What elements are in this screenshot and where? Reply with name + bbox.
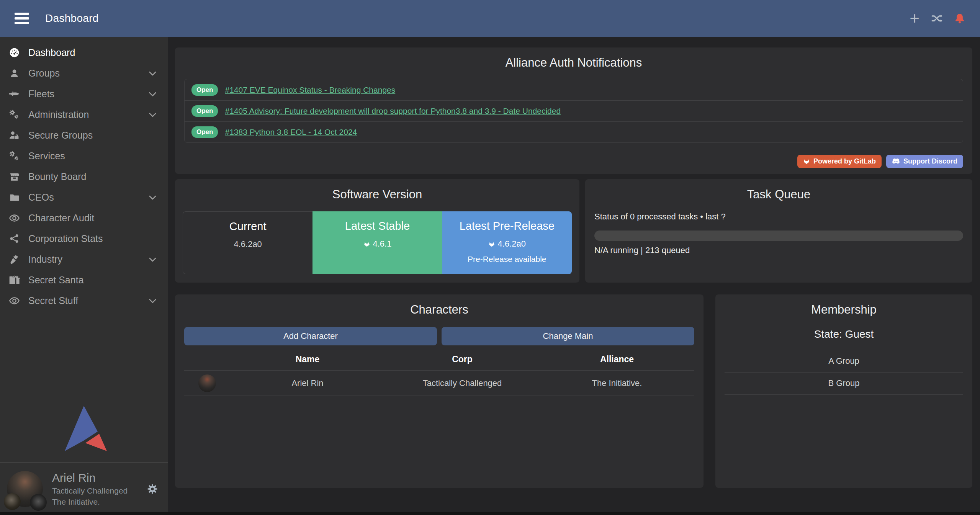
sidebar-item-label: Corporation Stats bbox=[28, 233, 103, 244]
eye-icon bbox=[0, 213, 28, 224]
characters-table: NameCorpAlliance Ariel RinTactically Cha… bbox=[184, 348, 694, 396]
version-number: 4.6.1 bbox=[373, 239, 392, 249]
column-header-corp: Corp bbox=[385, 354, 540, 365]
sidebar-item-secure-groups[interactable]: Secure Groups bbox=[0, 125, 168, 146]
notifications-bell-icon[interactable] bbox=[954, 13, 965, 24]
characters-title: Characters bbox=[175, 294, 704, 317]
sidebar-item-administration[interactable]: Administration bbox=[0, 104, 168, 125]
folder-icon bbox=[0, 192, 28, 203]
sidebar-item-label: Secret Santa bbox=[28, 275, 84, 286]
task-queue-panel: Task Queue Status of 0 processed tasks •… bbox=[585, 179, 972, 283]
notification-link[interactable]: #1383 Python 3.8 EOL - 14 Oct 2024 bbox=[225, 128, 357, 137]
version-card-value: 4.6.2a0 bbox=[183, 239, 312, 249]
sidebar-item-character-audit[interactable]: Character Audit bbox=[0, 208, 168, 228]
sidebar-item-label: Services bbox=[28, 150, 65, 162]
version-number: 4.6.2a0 bbox=[234, 239, 262, 249]
chevron-down-icon bbox=[147, 68, 158, 78]
support-discord-badge[interactable]: Support Discord bbox=[886, 155, 963, 168]
eye-icon bbox=[0, 295, 28, 306]
version-card-stable: Latest Stable 4.6.1 bbox=[312, 211, 442, 274]
gitlab-icon bbox=[363, 241, 370, 247]
share-nodes-icon bbox=[0, 234, 28, 244]
sidebar-item-label: Bounty Board bbox=[28, 171, 87, 182]
user-panel: Ariel Rin Tactically Challenged The Init… bbox=[0, 462, 168, 515]
gitlab-icon bbox=[488, 241, 495, 247]
powered-by-gitlab-badge[interactable]: Powered by GitLab bbox=[797, 155, 882, 168]
version-card-title: Latest Pre-Release bbox=[442, 220, 572, 232]
menu-toggle-icon[interactable] bbox=[15, 13, 29, 24]
space-shuttle-icon bbox=[0, 88, 28, 99]
notification-link[interactable]: #1407 EVE Equinox Status - Breaking Chan… bbox=[225, 85, 395, 95]
alliance-auth-logo bbox=[0, 405, 168, 452]
version-card-value: 4.6.2a0 bbox=[442, 239, 572, 249]
discord-icon bbox=[892, 158, 900, 165]
notification-link[interactable]: #1405 Advisory: Future development will … bbox=[225, 106, 561, 116]
top-navbar: Dashboard + bbox=[0, 0, 980, 37]
external-badges: Powered by GitLab Support Discord bbox=[797, 155, 963, 168]
version-cards: Current4.6.2a0Latest Stable 4.6.1Latest … bbox=[183, 211, 572, 274]
user-lock-icon bbox=[0, 130, 28, 140]
sidebar-item-label: Fleets bbox=[28, 88, 54, 100]
status-badge: Open bbox=[191, 105, 218, 117]
hammer-icon bbox=[0, 254, 28, 265]
column-header-alliance: Alliance bbox=[540, 354, 694, 365]
version-card-current: Current4.6.2a0 bbox=[183, 211, 312, 274]
membership-group-item: B Group bbox=[725, 373, 963, 395]
membership-state: State: Guest bbox=[715, 328, 972, 340]
character-alliance: The Initiative. bbox=[540, 378, 694, 388]
sidebar-item-bounty-board[interactable]: Bounty Board bbox=[0, 166, 168, 187]
software-version-panel: Software Version Current4.6.2a0Latest St… bbox=[175, 179, 579, 283]
sidebar-item-services[interactable]: Services bbox=[0, 146, 168, 166]
badge-label: Support Discord bbox=[903, 157, 957, 165]
sidebar-item-secret-stuff[interactable]: Secret Stuff bbox=[0, 290, 168, 311]
notification-row: Open#1407 EVE Equinox Status - Breaking … bbox=[185, 79, 963, 100]
task-progressbar bbox=[594, 231, 963, 241]
task-status-line: Status of 0 processed tasks • last ? bbox=[594, 212, 963, 222]
add-character-button[interactable]: Add Character bbox=[184, 327, 437, 345]
dashboard-gauge-icon bbox=[0, 47, 28, 58]
page-title: Dashboard bbox=[45, 12, 99, 25]
shuffle-icon[interactable] bbox=[931, 13, 942, 24]
user-settings-gear-icon[interactable] bbox=[146, 483, 159, 495]
version-card-value: 4.6.1 bbox=[312, 239, 442, 249]
membership-title: Membership bbox=[715, 294, 972, 317]
task-queue-counts: N/A running | 213 queued bbox=[594, 245, 963, 255]
sidebar-item-label: Administration bbox=[28, 109, 89, 120]
user-name: Ariel Rin bbox=[52, 471, 128, 484]
window-bottom-edge bbox=[0, 512, 980, 515]
notification-row: Open#1383 Python 3.8 EOL - 14 Oct 2024 bbox=[185, 121, 963, 142]
alliance-logo-badge bbox=[30, 494, 47, 511]
sidebar-item-label: Groups bbox=[28, 68, 60, 79]
user-corp: Tactically Challenged bbox=[52, 486, 128, 495]
sidebar-item-dashboard[interactable]: Dashboard bbox=[0, 42, 168, 63]
sidebar-item-industry[interactable]: Industry bbox=[0, 249, 168, 270]
chevron-down-icon bbox=[147, 192, 158, 203]
status-badge: Open bbox=[191, 126, 218, 138]
chevron-down-icon bbox=[147, 89, 158, 99]
version-card-title: Current bbox=[183, 220, 312, 233]
gifts-icon bbox=[0, 275, 28, 285]
plus-icon[interactable]: + bbox=[910, 13, 919, 24]
sidebar-item-label: CEOs bbox=[28, 192, 54, 203]
chevron-down-icon bbox=[147, 296, 158, 306]
notification-row: Open#1405 Advisory: Future development w… bbox=[185, 100, 963, 121]
character-corp: Tactically Challenged bbox=[385, 378, 540, 388]
characters-panel: Characters Add CharacterChange Main Name… bbox=[175, 294, 704, 488]
sidebar-item-label: Character Audit bbox=[28, 213, 94, 224]
software-version-title: Software Version bbox=[175, 179, 579, 201]
user-icon bbox=[0, 69, 28, 78]
sidebar-item-ceos[interactable]: CEOs bbox=[0, 187, 168, 208]
sidebar-menu: Dashboard Groups Fleets Administration S… bbox=[0, 37, 168, 311]
sidebar-item-corporation-stats[interactable]: Corporation Stats bbox=[0, 228, 168, 249]
shop-icon bbox=[0, 172, 28, 182]
sidebar-item-secret-santa[interactable]: Secret Santa bbox=[0, 270, 168, 290]
column-header-name: Name bbox=[230, 354, 385, 365]
sidebar-item-label: Dashboard bbox=[28, 47, 75, 58]
sidebar-item-fleets[interactable]: Fleets bbox=[0, 83, 168, 104]
badge-label: Powered by GitLab bbox=[813, 157, 876, 165]
alliance-auth-notifications-panel: Alliance Auth Notifications Open#1407 EV… bbox=[175, 47, 972, 174]
membership-panel: Membership State: Guest A GroupB Group bbox=[715, 294, 972, 488]
task-queue-title: Task Queue bbox=[594, 179, 963, 201]
change-main-button[interactable]: Change Main bbox=[442, 327, 694, 345]
sidebar-item-groups[interactable]: Groups bbox=[0, 63, 168, 83]
